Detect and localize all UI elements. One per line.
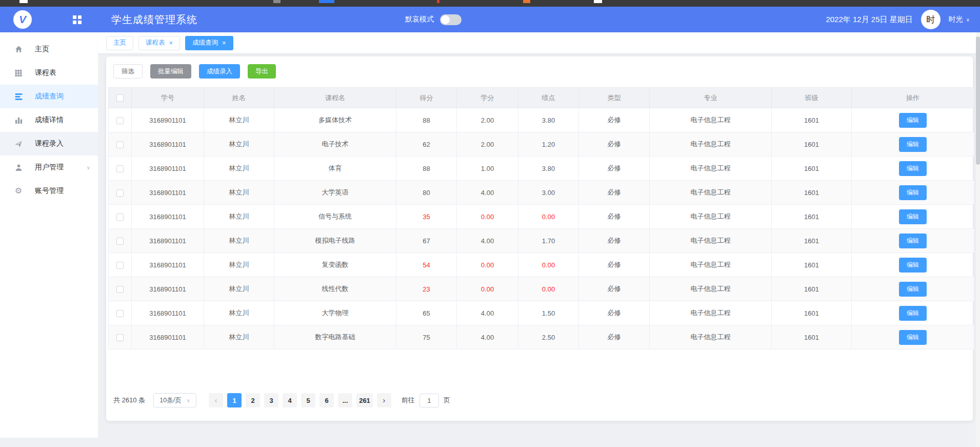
user-name-label: 时光 (949, 15, 963, 24)
goto-page-input[interactable] (419, 394, 439, 407)
gpa-cell: 0.00 (518, 253, 579, 277)
student-id-cell: 3168901101 (132, 205, 204, 229)
score-entry-button[interactable]: 成绩录入 (199, 64, 240, 79)
tab-home[interactable]: 主页 (106, 36, 133, 50)
sidebar-item-home[interactable]: 主页 (0, 37, 98, 61)
user-avatar[interactable]: 时 (921, 10, 941, 29)
page-button[interactable]: 261 (356, 393, 373, 407)
more-pages-button[interactable]: ... (338, 393, 352, 407)
scrollbar-thumb[interactable] (976, 36, 980, 165)
menu-grid-icon[interactable] (73, 15, 82, 24)
table-row: 3168901101 林立川 信号与系统 35 0.00 0.00 必修 电子信… (109, 205, 974, 229)
sidebar-item-schedule[interactable]: 课程表 (0, 61, 98, 85)
row-checkbox[interactable] (116, 286, 124, 293)
tab-score-query[interactable]: 成绩查询 × (185, 36, 233, 50)
gpa-cell: 1.70 (518, 229, 579, 253)
tab-schedule[interactable]: 课程表 × (138, 36, 180, 50)
sidebar-item-score-query[interactable]: 成绩查询 (0, 85, 98, 108)
class-cell: 1601 (772, 229, 852, 253)
row-checkbox[interactable] (116, 310, 124, 317)
select-all-cell (109, 88, 132, 108)
page-button[interactable]: 5 (301, 393, 315, 407)
class-cell: 1601 (772, 132, 852, 157)
page-size-select[interactable]: 10条/页 ∨ (153, 393, 196, 407)
credit-cell: 0.00 (457, 277, 518, 301)
app-header: V 学生成绩管理系统 默哀模式 2022年 12月 25日 星期日 时 时光 ∨ (0, 7, 980, 32)
page-button[interactable]: 4 (283, 393, 297, 407)
close-icon[interactable]: × (169, 40, 173, 46)
edit-button[interactable]: 编辑 (899, 306, 927, 321)
row-checkbox[interactable] (116, 262, 124, 269)
edit-button[interactable]: 编辑 (899, 185, 927, 200)
row-checkbox[interactable] (116, 238, 124, 245)
page-button[interactable]: 2 (246, 393, 260, 407)
select-all-checkbox[interactable] (116, 94, 124, 102)
sidebar-item-label: 用户管理 (35, 163, 64, 172)
edit-button[interactable]: 编辑 (899, 161, 927, 176)
tab-label: 成绩查询 (192, 38, 218, 47)
row-checkbox[interactable] (116, 213, 124, 221)
credit-cell: 4.00 (457, 181, 518, 205)
user-menu[interactable]: 时光 ∨ (949, 15, 970, 24)
score-cell: 62 (396, 132, 457, 157)
user-icon (14, 164, 23, 171)
major-cell: 电子信息工程 (650, 301, 772, 325)
score-cell: 80 (396, 181, 457, 205)
column-header: 学号 (132, 88, 204, 108)
row-checkbox[interactable] (116, 334, 124, 341)
row-checkbox[interactable] (116, 141, 124, 148)
header-right: 2022年 12月 25日 星期日 时 时光 ∨ (826, 10, 970, 29)
page-button[interactable]: 3 (264, 393, 278, 407)
sidebar-item-course-entry[interactable]: 课程录入 (0, 132, 98, 156)
paper-plane-icon (14, 140, 23, 148)
scores-table: 学号姓名课程名得分学分绩点类型专业班级操作 3168901101 林立川 多媒体… (108, 87, 974, 349)
major-cell: 电子信息工程 (650, 229, 772, 253)
row-checkbox[interactable] (116, 165, 124, 172)
table-row: 3168901101 林立川 体育 88 1.00 3.80 必修 电子信息工程… (109, 157, 974, 181)
mourning-mode-group: 默哀模式 (405, 7, 462, 32)
batch-edit-button[interactable]: 批量编辑 (150, 64, 191, 79)
table-row: 3168901101 林立川 数字电路基础 75 4.00 2.50 必修 电子… (109, 325, 974, 349)
edit-button[interactable]: 编辑 (899, 282, 927, 297)
goto-label: 前往 (402, 396, 415, 405)
student-name-cell: 林立川 (204, 108, 274, 132)
sidebar-item-label: 成绩查询 (35, 92, 64, 101)
course-type-cell: 必修 (579, 277, 650, 301)
header-date: 2022年 12月 25日 星期日 (826, 15, 912, 25)
mourning-mode-toggle[interactable] (440, 14, 462, 25)
gpa-cell: 3.00 (518, 181, 579, 205)
credit-cell: 2.00 (457, 108, 518, 132)
sidebar-item-score-detail[interactable]: 成绩详情 (0, 108, 98, 132)
row-checkbox[interactable] (116, 117, 124, 124)
gpa-cell: 2.50 (518, 325, 579, 349)
edit-button[interactable]: 编辑 (899, 113, 927, 128)
sidebar-item-account-management[interactable]: ⚙ 账号管理 (0, 179, 98, 203)
student-id-cell: 3168901101 (132, 181, 204, 205)
edit-button[interactable]: 编辑 (899, 209, 927, 224)
taskbar-icon-fragment (19, 0, 28, 3)
toggle-knob (441, 15, 450, 24)
course-type-cell: 必修 (579, 205, 650, 229)
page-button[interactable]: 6 (319, 393, 334, 407)
prev-page-button[interactable]: ‹ (209, 393, 223, 407)
close-icon[interactable]: × (222, 40, 226, 46)
score-list-icon (14, 93, 23, 100)
page-button[interactable]: 1 (227, 393, 242, 407)
scrollbar-track[interactable] (976, 32, 980, 447)
row-checkbox[interactable] (116, 189, 124, 197)
credit-cell: 2.00 (457, 132, 518, 157)
pagination: 共 2610 条 10条/页 ∨ ‹ 123456...261 › 前往 页 (113, 393, 450, 407)
filter-button[interactable]: 筛选 (113, 64, 143, 79)
chevron-down-icon: ∨ (187, 398, 190, 403)
edit-button[interactable]: 编辑 (899, 137, 927, 152)
table-row: 3168901101 林立川 复变函数 54 0.00 0.00 必修 电子信息… (109, 253, 974, 277)
edit-button[interactable]: 编辑 (899, 330, 927, 345)
sidebar-item-user-management[interactable]: 用户管理 ∨ (0, 156, 98, 179)
edit-button[interactable]: 编辑 (899, 234, 927, 248)
sidebar-item-label: 主页 (35, 45, 49, 54)
export-button[interactable]: 导出 (248, 64, 276, 79)
schedule-grid-icon (14, 69, 23, 77)
next-page-button[interactable]: › (377, 393, 391, 407)
edit-button[interactable]: 编辑 (899, 258, 927, 273)
student-name-cell: 林立川 (204, 325, 274, 349)
